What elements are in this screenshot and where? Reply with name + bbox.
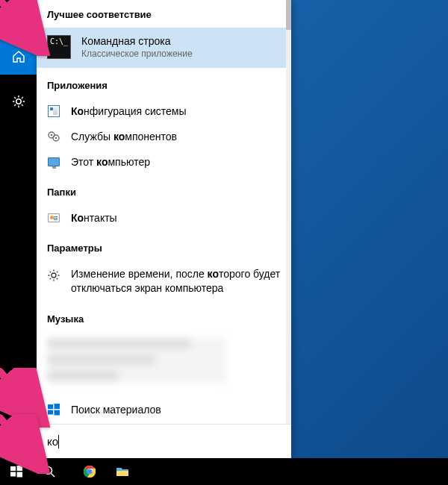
app-result-label: Службы компонентов [71, 131, 177, 143]
gear-icon [47, 269, 60, 282]
search-icon [43, 465, 56, 478]
svg-point-5 [52, 273, 56, 278]
cortana-search-panel: Лучшее соответствие C:\_ Командная строк… [37, 0, 291, 458]
start-left-rail [0, 0, 37, 458]
sysconf-icon [47, 104, 60, 118]
hamburger-icon [12, 8, 25, 22]
folder-result-contacts[interactable]: Контакты [37, 205, 291, 231]
svg-point-0 [16, 99, 20, 104]
svg-rect-11 [17, 466, 23, 471]
app-result-this-pc[interactable]: Этот компьютер [37, 149, 291, 175]
section-header-best-match: Лучшее соответствие [37, 0, 291, 28]
svg-rect-13 [17, 472, 23, 478]
scrollbar[interactable] [286, 0, 291, 458]
best-match-result[interactable]: C:\_ Командная строка Классическое прило… [37, 28, 291, 68]
search-input[interactable]: ко [37, 424, 291, 458]
svg-point-19 [87, 469, 91, 473]
store-search-label: Поиск материалов [71, 404, 161, 416]
home-icon [12, 50, 25, 63]
scrollbar-thumb[interactable] [286, 0, 291, 30]
app-result-label: Этот компьютер [71, 156, 150, 168]
svg-point-14 [45, 467, 52, 475]
contacts-icon [47, 211, 60, 225]
results-scroll-area[interactable]: Лучшее соответствие C:\_ Командная строк… [37, 0, 291, 458]
taskbar-search-button[interactable] [33, 458, 66, 485]
music-result-redacted[interactable] [47, 338, 226, 383]
app-result-system-config[interactable]: Конфигурация системы [37, 98, 291, 124]
section-header-apps: Приложения [37, 68, 291, 98]
taskbar [0, 458, 448, 485]
app-result-label: Конфигурация системы [71, 105, 187, 117]
this-pc-icon [47, 155, 60, 169]
search-query-text: ко [47, 435, 58, 448]
home-button[interactable] [0, 39, 37, 75]
best-match-title: Командная строка [81, 35, 193, 47]
section-header-music: Музыка [37, 301, 291, 332]
windows-icon [10, 465, 23, 478]
svg-point-3 [51, 134, 53, 137]
svg-rect-8 [48, 410, 53, 415]
svg-rect-10 [10, 466, 16, 471]
svg-rect-12 [10, 472, 16, 477]
store-search-row[interactable]: Поиск материалов [37, 395, 291, 424]
app-result-component-services[interactable]: Службы компонентов [37, 124, 291, 149]
start-button[interactable] [0, 458, 33, 485]
windows-store-icon [47, 403, 60, 416]
folder-result-label: Контакты [71, 212, 117, 224]
chrome-icon [83, 465, 96, 478]
best-match-subtitle: Классическое приложение [81, 48, 193, 59]
svg-point-4 [55, 137, 57, 140]
svg-rect-7 [55, 404, 60, 409]
section-header-folders: Папки [37, 175, 291, 205]
gear-icon [12, 95, 25, 108]
rail-settings-button[interactable] [0, 84, 37, 119]
section-header-settings: Параметры [37, 231, 291, 261]
svg-rect-6 [48, 404, 53, 409]
cmd-prompt-icon: C:\_ [47, 35, 71, 59]
setting-result-label: Изменение времени, после которого будет … [71, 267, 281, 295]
svg-rect-9 [55, 410, 60, 416]
hamburger-button[interactable] [0, 0, 37, 30]
folder-icon [116, 465, 129, 478]
component-services-icon [47, 130, 60, 143]
text-caret [58, 435, 59, 448]
taskbar-file-explorer[interactable] [106, 458, 139, 485]
taskbar-chrome[interactable] [73, 458, 106, 485]
setting-result-screen-timeout[interactable]: Изменение времени, после которого будет … [37, 261, 291, 301]
